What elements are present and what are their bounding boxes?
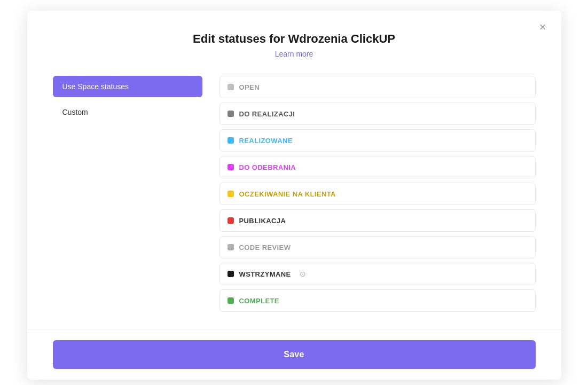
status-row-do_realizacji[interactable]: DO REALIZACJI xyxy=(219,103,536,125)
learn-more-link[interactable]: Learn more xyxy=(275,50,313,58)
status-row-publikacja[interactable]: PUBLIKACJA xyxy=(219,209,536,232)
status-dot-do_odebrania xyxy=(228,164,234,170)
modal: × Edit statuses for Wdrozenia ClickUP Le… xyxy=(27,11,561,380)
modal-body: Use Space statuses Custom OPENDO REALIZA… xyxy=(53,76,536,312)
status-label-code_review: CODE REVIEW xyxy=(239,243,291,252)
status-row-complete[interactable]: COMPLETE xyxy=(219,289,536,312)
left-panel: Use Space statuses Custom xyxy=(53,76,202,312)
status-dot-wstrzymane xyxy=(228,271,234,277)
status-label-realizowane: REALIZOWANE xyxy=(239,137,293,145)
status-dot-code_review xyxy=(228,244,234,250)
status-label-oczekiwanie: OCZEKIWANIE NA KLIENTA xyxy=(239,190,336,198)
status-row-wstrzymane[interactable]: WSTRZYMANE⊙ xyxy=(219,263,536,285)
status-row-code_review[interactable]: CODE REVIEW xyxy=(219,236,536,258)
status-dot-open xyxy=(228,84,234,90)
status-dot-oczekiwanie xyxy=(228,191,234,197)
status-row-open[interactable]: OPEN xyxy=(219,76,536,98)
modal-title: Edit statuses for Wdrozenia ClickUP xyxy=(53,32,536,46)
status-label-open: OPEN xyxy=(239,83,260,91)
use-space-statuses-button[interactable]: Use Space statuses xyxy=(53,76,202,97)
custom-button[interactable]: Custom xyxy=(53,101,202,123)
status-dot-realizowane xyxy=(228,137,234,144)
status-list: OPENDO REALIZACJIREALIZOWANEDO ODEBRANIA… xyxy=(219,76,536,312)
status-dot-do_realizacji xyxy=(228,111,234,117)
status-row-oczekiwanie[interactable]: OCZEKIWANIE NA KLIENTA xyxy=(219,183,536,205)
status-check-icon-wstrzymane: ⊙ xyxy=(300,270,306,278)
status-label-publikacja: PUBLIKACJA xyxy=(239,217,286,225)
status-label-wstrzymane: WSTRZYMANE xyxy=(239,270,291,278)
status-label-do_realizacji: DO REALIZACJI xyxy=(239,110,295,118)
status-dot-complete xyxy=(228,297,234,304)
status-row-do_odebrania[interactable]: DO ODEBRANIA xyxy=(219,156,536,178)
save-button[interactable]: Save xyxy=(53,340,536,369)
close-button[interactable]: × xyxy=(535,19,551,35)
status-dot-publikacja xyxy=(228,217,234,224)
modal-footer: Save xyxy=(27,329,561,380)
status-label-do_odebrania: DO ODEBRANIA xyxy=(239,163,296,171)
modal-overlay: × Edit statuses for Wdrozenia ClickUP Le… xyxy=(0,0,588,385)
modal-subtitle: Learn more xyxy=(53,49,536,59)
status-label-complete: COMPLETE xyxy=(239,297,279,305)
status-row-realizowane[interactable]: REALIZOWANE xyxy=(219,129,536,152)
